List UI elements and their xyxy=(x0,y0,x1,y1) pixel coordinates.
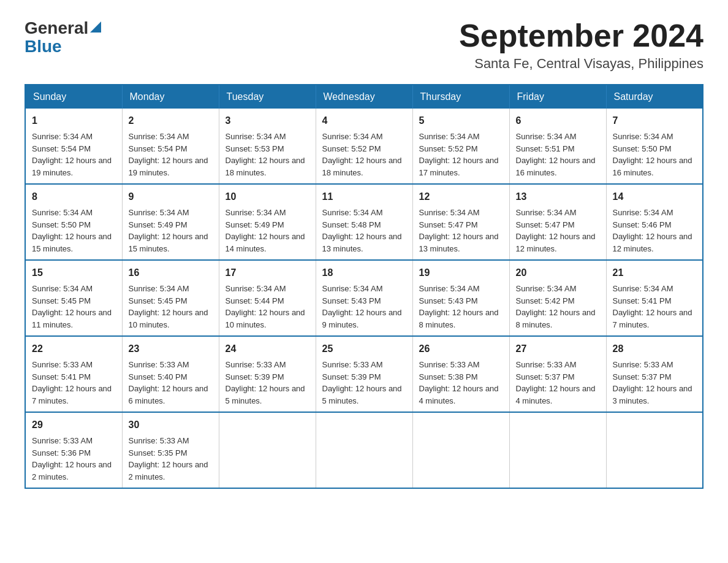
daylight-text: Daylight: 12 hours and 13 minutes. xyxy=(322,232,402,253)
day-number: 30 xyxy=(129,418,213,432)
sunset-text: Sunset: 5:39 PM xyxy=(226,372,284,381)
logo-general-text: General xyxy=(25,18,88,38)
sunset-text: Sunset: 5:36 PM xyxy=(32,448,91,458)
calendar-cell: 30 Sunrise: 5:33 AM Sunset: 5:35 PM Dayl… xyxy=(122,412,219,488)
daylight-text: Daylight: 12 hours and 19 minutes. xyxy=(129,156,208,177)
calendar-title: September 2024 xyxy=(459,18,703,53)
sunrise-text: Sunrise: 5:34 AM xyxy=(613,284,673,293)
sunset-text: Sunset: 5:53 PM xyxy=(226,144,284,153)
daylight-text: Daylight: 12 hours and 11 minutes. xyxy=(32,308,112,329)
sunrise-text: Sunrise: 5:34 AM xyxy=(129,208,189,217)
daylight-text: Daylight: 12 hours and 18 minutes. xyxy=(322,156,402,177)
sunset-text: Sunset: 5:40 PM xyxy=(129,372,188,381)
sunrise-text: Sunrise: 5:34 AM xyxy=(32,132,93,141)
sunset-text: Sunset: 5:48 PM xyxy=(322,220,381,229)
day-number: 12 xyxy=(419,190,503,204)
sunset-text: Sunset: 5:49 PM xyxy=(226,220,284,229)
sunset-text: Sunset: 5:45 PM xyxy=(32,296,91,305)
day-number: 10 xyxy=(226,190,309,204)
calendar-cell: 8 Sunrise: 5:34 AM Sunset: 5:50 PM Dayli… xyxy=(25,184,122,260)
day-number: 2 xyxy=(129,113,213,128)
sunset-text: Sunset: 5:43 PM xyxy=(419,296,478,305)
weekday-header-sunday: Sunday xyxy=(25,85,122,109)
day-number: 4 xyxy=(322,113,406,128)
daylight-text: Daylight: 12 hours and 4 minutes. xyxy=(419,384,499,405)
weekday-header-wednesday: Wednesday xyxy=(316,85,412,109)
calendar-cell: 19 Sunrise: 5:34 AM Sunset: 5:43 PM Dayl… xyxy=(412,260,509,336)
daylight-text: Daylight: 12 hours and 2 minutes. xyxy=(129,460,208,481)
sunrise-text: Sunrise: 5:34 AM xyxy=(226,132,286,141)
sunset-text: Sunset: 5:54 PM xyxy=(32,144,91,153)
sunrise-text: Sunrise: 5:34 AM xyxy=(226,284,286,293)
calendar-cell: 18 Sunrise: 5:34 AM Sunset: 5:43 PM Dayl… xyxy=(316,260,412,336)
sunset-text: Sunset: 5:47 PM xyxy=(419,220,478,229)
daylight-text: Daylight: 12 hours and 6 minutes. xyxy=(129,384,208,405)
day-number: 1 xyxy=(32,113,116,128)
sunset-text: Sunset: 5:43 PM xyxy=(322,296,381,305)
sunset-text: Sunset: 5:41 PM xyxy=(32,372,91,381)
calendar-cell: 7 Sunrise: 5:34 AM Sunset: 5:50 PM Dayli… xyxy=(606,109,703,184)
daylight-text: Daylight: 12 hours and 10 minutes. xyxy=(129,308,208,329)
calendar-cell: 28 Sunrise: 5:33 AM Sunset: 5:37 PM Dayl… xyxy=(606,336,703,412)
sunset-text: Sunset: 5:37 PM xyxy=(613,372,672,381)
sunrise-text: Sunrise: 5:34 AM xyxy=(322,284,383,293)
day-number: 24 xyxy=(226,342,309,356)
calendar-cell: 16 Sunrise: 5:34 AM Sunset: 5:45 PM Dayl… xyxy=(122,260,219,336)
sunset-text: Sunset: 5:46 PM xyxy=(613,220,672,229)
title-block: September 2024 Santa Fe, Central Visayas… xyxy=(459,18,703,72)
day-number: 14 xyxy=(613,190,697,204)
sunrise-text: Sunrise: 5:33 AM xyxy=(129,360,189,369)
day-number: 21 xyxy=(613,266,697,280)
sunrise-text: Sunrise: 5:34 AM xyxy=(32,284,93,293)
daylight-text: Daylight: 12 hours and 5 minutes. xyxy=(322,384,402,405)
sunrise-text: Sunrise: 5:34 AM xyxy=(419,208,480,217)
day-number: 15 xyxy=(32,266,116,280)
sunset-text: Sunset: 5:45 PM xyxy=(129,296,188,305)
calendar-cell: 14 Sunrise: 5:34 AM Sunset: 5:46 PM Dayl… xyxy=(606,184,703,260)
weekday-header-saturday: Saturday xyxy=(606,85,703,109)
calendar-cell: 12 Sunrise: 5:34 AM Sunset: 5:47 PM Dayl… xyxy=(412,184,509,260)
sunset-text: Sunset: 5:47 PM xyxy=(516,220,575,229)
calendar-cell xyxy=(509,412,606,488)
sunset-text: Sunset: 5:54 PM xyxy=(129,144,188,153)
calendar-cell: 21 Sunrise: 5:34 AM Sunset: 5:41 PM Dayl… xyxy=(606,260,703,336)
calendar-cell: 29 Sunrise: 5:33 AM Sunset: 5:36 PM Dayl… xyxy=(25,412,122,488)
calendar-cell: 27 Sunrise: 5:33 AM Sunset: 5:37 PM Dayl… xyxy=(509,336,606,412)
sunset-text: Sunset: 5:52 PM xyxy=(322,144,381,153)
calendar-subtitle: Santa Fe, Central Visayas, Philippines xyxy=(459,56,703,72)
day-number: 13 xyxy=(516,190,600,204)
calendar-cell: 6 Sunrise: 5:34 AM Sunset: 5:51 PM Dayli… xyxy=(509,109,606,184)
calendar-cell: 13 Sunrise: 5:34 AM Sunset: 5:47 PM Dayl… xyxy=(509,184,606,260)
calendar-cell: 9 Sunrise: 5:34 AM Sunset: 5:49 PM Dayli… xyxy=(122,184,219,260)
calendar-cell: 17 Sunrise: 5:34 AM Sunset: 5:44 PM Dayl… xyxy=(219,260,316,336)
logo-blue-text: Blue xyxy=(25,37,101,56)
daylight-text: Daylight: 12 hours and 17 minutes. xyxy=(419,156,499,177)
calendar-cell xyxy=(219,412,316,488)
calendar-cell: 10 Sunrise: 5:34 AM Sunset: 5:49 PM Dayl… xyxy=(219,184,316,260)
daylight-text: Daylight: 12 hours and 8 minutes. xyxy=(516,308,596,329)
sunset-text: Sunset: 5:50 PM xyxy=(613,144,672,153)
daylight-text: Daylight: 12 hours and 13 minutes. xyxy=(419,232,499,253)
day-number: 6 xyxy=(516,113,600,128)
daylight-text: Daylight: 12 hours and 15 minutes. xyxy=(129,232,208,253)
logo: General Blue xyxy=(25,18,101,56)
sunrise-text: Sunrise: 5:34 AM xyxy=(419,284,480,293)
calendar-table: SundayMondayTuesdayWednesdayThursdayFrid… xyxy=(25,84,703,489)
day-number: 11 xyxy=(322,190,406,204)
calendar-cell: 23 Sunrise: 5:33 AM Sunset: 5:40 PM Dayl… xyxy=(122,336,219,412)
daylight-text: Daylight: 12 hours and 12 minutes. xyxy=(613,232,692,253)
day-number: 5 xyxy=(419,113,503,128)
calendar-week-5: 29 Sunrise: 5:33 AM Sunset: 5:36 PM Dayl… xyxy=(25,412,703,488)
sunrise-text: Sunrise: 5:34 AM xyxy=(613,208,673,217)
calendar-cell: 5 Sunrise: 5:34 AM Sunset: 5:52 PM Dayli… xyxy=(412,109,509,184)
weekday-header-friday: Friday xyxy=(509,85,606,109)
calendar-cell: 11 Sunrise: 5:34 AM Sunset: 5:48 PM Dayl… xyxy=(316,184,412,260)
sunrise-text: Sunrise: 5:33 AM xyxy=(613,360,673,369)
page-header: General Blue September 2024 Santa Fe, Ce… xyxy=(25,18,703,72)
calendar-cell xyxy=(606,412,703,488)
calendar-cell: 1 Sunrise: 5:34 AM Sunset: 5:54 PM Dayli… xyxy=(25,109,122,184)
daylight-text: Daylight: 12 hours and 12 minutes. xyxy=(516,232,596,253)
sunset-text: Sunset: 5:41 PM xyxy=(613,296,672,305)
weekday-header-monday: Monday xyxy=(122,85,219,109)
daylight-text: Daylight: 12 hours and 2 minutes. xyxy=(32,460,112,481)
